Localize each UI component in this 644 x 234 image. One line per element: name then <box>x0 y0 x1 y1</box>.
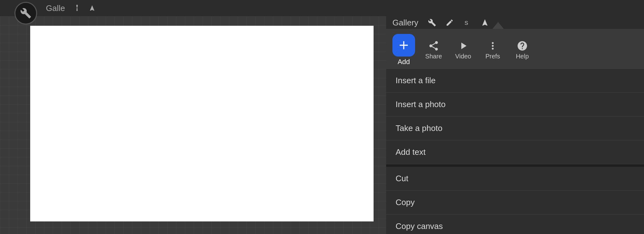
right-panel: Gallery S <box>386 16 644 234</box>
actions-panel: Add Share Video <box>386 29 644 234</box>
menu-section-divider <box>386 164 644 167</box>
wrench-icon <box>20 8 31 19</box>
prefs-label: Prefs <box>486 53 500 60</box>
gallery-wrench-button[interactable] <box>426 16 438 29</box>
wrench-button[interactable] <box>14 2 37 24</box>
menu-copy-canvas[interactable]: Copy canvas <box>386 215 644 234</box>
share-icon <box>428 40 439 52</box>
gallery-script-icon: S <box>463 19 471 27</box>
gallery-label: Gallery <box>392 18 418 28</box>
actions-header: Add Share Video <box>386 29 644 69</box>
menu-copy[interactable]: Copy <box>386 191 644 215</box>
video-icon <box>458 40 469 52</box>
gallery-tool-button[interactable] <box>443 16 456 29</box>
main-content: Gallery S <box>0 16 644 234</box>
script-icon <box>74 5 80 12</box>
svg-rect-2 <box>400 45 408 46</box>
gallery-script-button[interactable]: S <box>461 16 474 29</box>
gallery-tool-icon <box>446 19 454 27</box>
canvas-area <box>0 16 386 234</box>
toolbar-gallery-label: Galle <box>46 3 65 13</box>
video-button[interactable]: Video <box>452 40 474 60</box>
menu-list: Insert a file Insert a photo Take a phot… <box>386 69 644 234</box>
help-label: Help <box>516 53 529 60</box>
video-label: Video <box>455 53 471 60</box>
share-button[interactable]: Share <box>423 40 445 60</box>
menu-take-photo[interactable]: Take a photo <box>386 117 644 140</box>
triangle-pointer <box>492 22 504 29</box>
gallery-navigate-button[interactable] <box>479 16 491 29</box>
add-label: Add <box>397 58 410 66</box>
help-button[interactable]: Help <box>511 40 533 60</box>
prefs-button[interactable]: Prefs <box>482 40 504 60</box>
menu-insert-photo[interactable]: Insert a photo <box>386 93 644 117</box>
plus-icon <box>397 39 410 52</box>
svg-text:S: S <box>465 20 469 26</box>
share-label: Share <box>425 53 442 60</box>
toolbar-s-button[interactable] <box>71 3 83 14</box>
navigate-icon <box>89 5 96 12</box>
menu-cut[interactable]: Cut <box>386 167 644 191</box>
prefs-icon <box>487 40 498 52</box>
gallery-navigate-icon <box>481 19 489 27</box>
gallery-toolbar: Gallery S <box>386 16 644 29</box>
top-toolbar: Galle <box>0 0 644 16</box>
add-icon <box>392 34 415 57</box>
menu-insert-file[interactable]: Insert a file <box>386 69 644 93</box>
toolbar-navigate-button[interactable] <box>86 3 98 14</box>
menu-add-text[interactable]: Add text <box>386 140 644 164</box>
gallery-wrench-icon <box>428 19 436 27</box>
help-icon <box>517 40 528 52</box>
add-button[interactable]: Add <box>392 34 415 66</box>
canvas-page <box>30 26 374 221</box>
